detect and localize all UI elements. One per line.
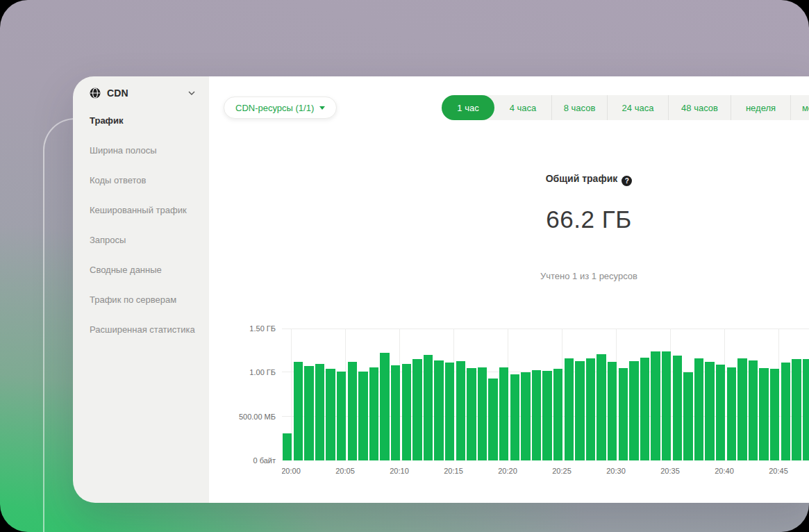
x-tick-label: 20:10 xyxy=(378,466,420,476)
tab-week[interactable]: неделя xyxy=(731,95,790,120)
chart-bar[interactable] xyxy=(510,374,519,460)
y-tick-label: 500.00 МБ xyxy=(239,412,276,422)
chart-bar[interactable] xyxy=(542,371,551,460)
chart-bar[interactable] xyxy=(488,379,497,460)
caret-down-icon xyxy=(319,106,325,110)
chevron-down-icon xyxy=(188,91,195,96)
sidebar-item-cached-traffic[interactable]: Кешированный трафик xyxy=(73,195,209,225)
sidebar-item-advanced-statistics[interactable]: Расширенная статистика xyxy=(73,315,209,344)
chart-bar[interactable] xyxy=(727,367,736,460)
chart-bar[interactable] xyxy=(348,362,357,460)
chart-bar[interactable] xyxy=(294,362,303,460)
sidebar-item-response-codes[interactable]: Коды ответов xyxy=(73,165,209,195)
x-tick-label: 20:20 xyxy=(487,466,528,476)
chart-bar[interactable] xyxy=(792,359,801,460)
traffic-summary: Общий трафик? 66.2 ГБ Учтено 1 из 1 ресу… xyxy=(450,76,728,306)
y-tick-label: 1.50 ГБ xyxy=(249,324,276,333)
chart-bar[interactable] xyxy=(608,362,617,460)
chart-bar[interactable] xyxy=(759,368,768,460)
x-tick-label: 20:45 xyxy=(758,466,799,476)
x-tick-label: 20:05 xyxy=(324,466,366,476)
chart-bar[interactable] xyxy=(770,369,779,460)
x-tick-label: 20:00 xyxy=(282,466,312,476)
chart-bar[interactable] xyxy=(597,354,606,460)
chart-bar[interactable] xyxy=(553,369,562,460)
x-tick-label: 20:40 xyxy=(703,466,745,476)
sidebar-item-traffic[interactable]: Трафик xyxy=(73,106,209,135)
sidebar-item-summary-data[interactable]: Сводные данные xyxy=(73,255,209,285)
chart-bar[interactable] xyxy=(424,355,433,460)
chart-bar[interactable] xyxy=(326,369,335,460)
chart-bar[interactable] xyxy=(781,363,790,460)
chart-bar[interactable] xyxy=(337,372,346,460)
chart-bar[interactable] xyxy=(716,365,725,460)
content-area: CDN-ресурсы (1/1) 1 час 4 часа 8 часов 2… xyxy=(209,76,809,503)
chart-bar[interactable] xyxy=(651,351,660,460)
sidebar-section-cdn[interactable]: CDN xyxy=(73,76,209,99)
chart-bar[interactable] xyxy=(391,365,400,460)
sidebar-section-label: CDN xyxy=(107,88,128,99)
chart-bar[interactable] xyxy=(369,367,378,460)
chart-bar[interactable] xyxy=(683,372,692,460)
chart-bar[interactable] xyxy=(380,353,389,460)
resources-counted-note: Учтено 1 из 1 ресурсов xyxy=(450,271,728,281)
chart-bar[interactable] xyxy=(315,364,324,460)
chart-bar[interactable] xyxy=(619,368,628,460)
chart-bar[interactable] xyxy=(412,359,422,460)
chart-bar[interactable] xyxy=(445,363,454,460)
help-icon[interactable]: ? xyxy=(622,176,632,186)
sidebar: CDN Трафик Ширина полосы Коды ответов Ке… xyxy=(73,76,209,503)
globe-icon xyxy=(90,88,101,99)
app-window: CDN Трафик Ширина полосы Коды ответов Ке… xyxy=(73,76,809,503)
total-traffic-value: 66.2 ГБ xyxy=(450,206,728,233)
sidebar-item-requests[interactable]: Запросы xyxy=(73,225,209,255)
y-tick-label: 1.00 ГБ xyxy=(249,367,276,377)
chart-bar[interactable] xyxy=(521,372,530,460)
sidebar-item-bandwidth[interactable]: Ширина полосы xyxy=(73,135,209,165)
chart-y-axis: 0 байт500.00 МБ1.00 ГБ1.50 ГБ xyxy=(209,329,276,460)
chart-bar[interactable] xyxy=(467,368,476,460)
chart-bar[interactable] xyxy=(749,360,758,460)
chart-bar[interactable] xyxy=(673,356,682,460)
x-tick-label: 20:15 xyxy=(433,466,474,476)
chart-bar[interactable] xyxy=(499,367,508,460)
chart-bar[interactable] xyxy=(737,358,747,460)
x-tick-label: 20:25 xyxy=(541,466,583,476)
x-tick-label: 20:35 xyxy=(649,466,691,476)
chart-bar[interactable] xyxy=(456,361,465,460)
chart-bar[interactable] xyxy=(803,359,809,460)
sidebar-menu: Трафик Ширина полосы Коды ответов Кеширо… xyxy=(73,106,209,344)
grid-line-horizontal xyxy=(282,329,809,329)
chart-bar[interactable] xyxy=(358,372,367,460)
chart-bar[interactable] xyxy=(640,358,649,460)
chart-bar[interactable] xyxy=(478,367,487,460)
chart-bar[interactable] xyxy=(283,433,292,460)
tab-month[interactable]: месяц xyxy=(790,95,809,120)
cdn-resources-dropdown-label: CDN-ресурсы (1/1) xyxy=(235,103,314,113)
x-tick-label: 20:30 xyxy=(595,466,637,476)
chart-bar[interactable] xyxy=(532,370,541,460)
chart-plot xyxy=(282,329,809,460)
chart-bar[interactable] xyxy=(629,361,638,460)
sidebar-item-traffic-by-servers[interactable]: Трафик по серверам xyxy=(73,285,209,315)
stats-title-row: Общий трафик? xyxy=(450,173,728,186)
chart-bar[interactable] xyxy=(662,351,671,460)
screenshot-canvas: CDN Трафик Ширина полосы Коды ответов Ке… xyxy=(0,0,809,532)
chart-bar[interactable] xyxy=(575,361,584,460)
chart-bar[interactable] xyxy=(565,358,574,460)
chart-bar[interactable] xyxy=(694,358,703,460)
stats-title: Общий трафик xyxy=(546,173,618,184)
chart-x-axis: 20:0020:0520:1020:1520:2020:2520:3020:35… xyxy=(282,466,809,477)
chart-bar[interactable] xyxy=(304,366,313,460)
y-tick-label: 0 байт xyxy=(253,456,276,465)
chart-bar[interactable] xyxy=(402,364,411,460)
chart-bar[interactable] xyxy=(705,362,714,460)
cdn-resources-dropdown[interactable]: CDN-ресурсы (1/1) xyxy=(224,97,337,119)
chart-bar[interactable] xyxy=(434,360,443,460)
chart-bar[interactable] xyxy=(586,358,595,460)
